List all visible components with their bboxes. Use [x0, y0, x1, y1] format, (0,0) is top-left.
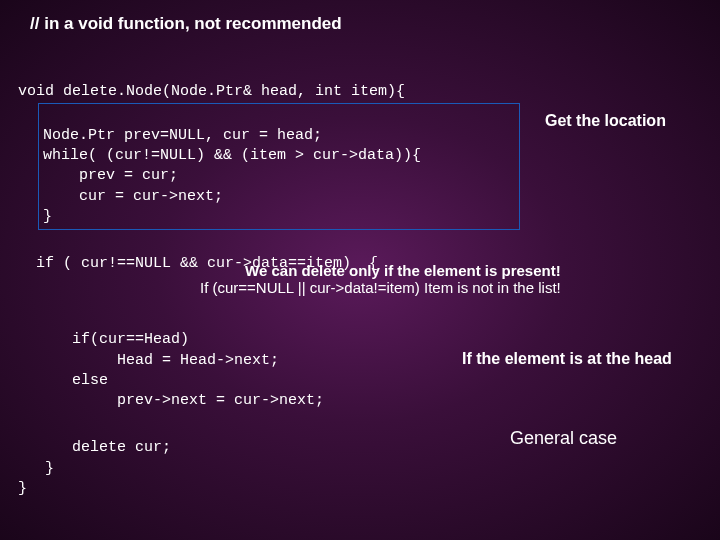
code-line: prev = cur;	[43, 167, 178, 184]
annotation-line: If (cur==NULL || cur->data!=item) Item i…	[200, 279, 561, 296]
code-line: }	[43, 208, 52, 225]
code-block-1: void delete.Node(Node.Ptr& head, int ite…	[18, 62, 520, 250]
code-line: }	[18, 480, 27, 497]
code-line: Head = Head->next;	[18, 352, 279, 369]
annotation-general-case: General case	[510, 428, 617, 449]
annotation-at-head: If the element is at the head	[462, 350, 672, 368]
annotation-get-location: Get the location	[545, 112, 666, 130]
code-line: if(cur==Head)	[18, 331, 189, 348]
code-block-3: if(cur==Head) Head = Head->next; else pr…	[18, 310, 324, 411]
code-block-4: delete cur; } }	[18, 418, 171, 499]
annotation-line: We can delete only if the element is pre…	[245, 262, 561, 279]
code-line: delete cur;	[18, 439, 171, 456]
code-line: else	[18, 372, 108, 389]
annotation-delete-condition: We can delete only if the element is pre…	[200, 262, 561, 296]
code-line: cur = cur->next;	[43, 188, 223, 205]
code-line: prev->next = cur->next;	[18, 392, 324, 409]
code-line: Node.Ptr prev=NULL, cur = head;	[43, 127, 322, 144]
code-line: while( (cur!=NULL) && (item > cur->data)…	[43, 147, 421, 164]
highlight-box-1: Node.Ptr prev=NULL, cur = head; while( (…	[38, 103, 520, 231]
slide-title: // in a void function, not recommended	[0, 0, 720, 34]
code-line: }	[18, 460, 54, 477]
code-line: void delete.Node(Node.Ptr& head, int ite…	[18, 83, 405, 100]
